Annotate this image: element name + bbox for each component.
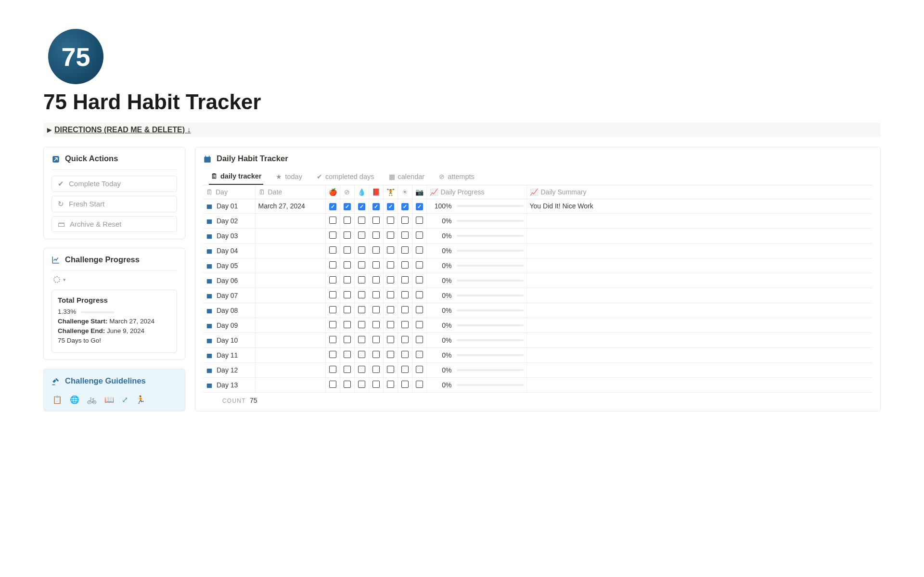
checkbox[interactable]: [358, 351, 365, 358]
expand-icon[interactable]: ⤢: [122, 395, 128, 404]
checkbox[interactable]: [387, 291, 394, 298]
table-row[interactable]: Day 03 0%: [203, 228, 873, 243]
checkbox[interactable]: [344, 276, 351, 283]
checkbox[interactable]: [416, 306, 423, 313]
date-cell[interactable]: [255, 273, 325, 288]
table-row[interactable]: Day 13 0%: [203, 377, 873, 392]
checkbox[interactable]: [372, 381, 380, 388]
col-cancel[interactable]: ⊘: [340, 185, 354, 199]
checkbox[interactable]: [387, 306, 394, 313]
book-icon[interactable]: 📖: [104, 395, 114, 404]
tab-daily-tracker[interactable]: 🗓daily tracker: [209, 169, 263, 185]
col-camera[interactable]: 📷: [412, 185, 426, 199]
checkbox[interactable]: [416, 366, 423, 373]
date-cell[interactable]: [255, 243, 325, 258]
checkbox[interactable]: [416, 336, 423, 343]
col-apple[interactable]: 🍎: [325, 185, 340, 199]
checkbox[interactable]: [416, 231, 423, 239]
checkbox[interactable]: [401, 351, 409, 358]
checkbox[interactable]: [401, 231, 409, 239]
checkbox[interactable]: [344, 381, 351, 388]
table-row[interactable]: Day 09 0%: [203, 318, 873, 333]
checkbox[interactable]: [358, 306, 365, 313]
checkbox[interactable]: [401, 321, 409, 328]
checkbox[interactable]: [416, 217, 423, 224]
checkbox[interactable]: [416, 381, 423, 388]
checkbox[interactable]: [401, 366, 409, 373]
bike-icon[interactable]: 🚲: [87, 395, 97, 404]
checkbox[interactable]: [329, 351, 336, 358]
checkbox[interactable]: [358, 336, 365, 343]
checkbox[interactable]: [329, 291, 336, 298]
table-row[interactable]: Day 10 0%: [203, 333, 873, 347]
checkbox[interactable]: [401, 203, 409, 210]
checkbox[interactable]: [344, 291, 351, 298]
col-book[interactable]: 📕: [369, 185, 383, 199]
checkbox[interactable]: [344, 203, 351, 210]
date-cell[interactable]: [255, 213, 325, 228]
col-water[interactable]: 💧: [354, 185, 369, 199]
checkbox[interactable]: [329, 306, 336, 313]
quick-action-fresh-start[interactable]: ↻Fresh Start: [51, 196, 177, 212]
date-cell[interactable]: [255, 318, 325, 333]
checkbox[interactable]: [358, 203, 365, 210]
checkbox[interactable]: [344, 366, 351, 373]
checkbox[interactable]: [401, 381, 409, 388]
table-row[interactable]: Day 02 0%: [203, 213, 873, 228]
table-row[interactable]: Day 08 0%: [203, 303, 873, 318]
checkbox[interactable]: [387, 336, 394, 343]
checkbox[interactable]: [387, 366, 394, 373]
date-cell[interactable]: [255, 362, 325, 377]
table-row[interactable]: Day 04 0%: [203, 243, 873, 258]
checkbox[interactable]: [387, 231, 394, 239]
checkbox[interactable]: [344, 321, 351, 328]
checkbox[interactable]: [401, 261, 409, 269]
checkbox[interactable]: [344, 231, 351, 239]
clipboard-icon[interactable]: 📋: [52, 395, 62, 404]
checkbox[interactable]: [329, 336, 336, 343]
date-cell[interactable]: [255, 377, 325, 392]
checkbox[interactable]: [401, 336, 409, 343]
checkbox[interactable]: [358, 276, 365, 283]
checkbox[interactable]: [372, 306, 380, 313]
table-row[interactable]: Day 12 0%: [203, 362, 873, 377]
checkbox[interactable]: [329, 231, 336, 239]
checkbox[interactable]: [401, 217, 409, 224]
checkbox[interactable]: [372, 291, 380, 298]
checkbox[interactable]: [416, 291, 423, 298]
checkbox[interactable]: [358, 291, 365, 298]
checkbox[interactable]: [329, 381, 336, 388]
table-row[interactable]: Day 11 0%: [203, 347, 873, 362]
checkbox[interactable]: [387, 217, 394, 224]
col-dumbbell[interactable]: 🏋: [383, 185, 398, 199]
col-sun[interactable]: ☀: [398, 185, 412, 199]
checkbox[interactable]: [372, 321, 380, 328]
quick-action-archive-reset[interactable]: 🗃Archive & Reset: [51, 216, 177, 232]
checkbox[interactable]: [387, 203, 394, 210]
col-summary[interactable]: Daily Summary: [541, 188, 587, 196]
checkbox[interactable]: [401, 276, 409, 283]
checkbox[interactable]: [358, 366, 365, 373]
checkbox[interactable]: [329, 203, 336, 210]
checkbox[interactable]: [416, 203, 423, 210]
checkbox[interactable]: [372, 261, 380, 269]
table-row[interactable]: Day 05 0%: [203, 258, 873, 273]
checkbox[interactable]: [358, 246, 365, 254]
checkbox[interactable]: [387, 276, 394, 283]
date-cell[interactable]: [255, 333, 325, 347]
checkbox[interactable]: [329, 366, 336, 373]
table-row[interactable]: Day 01 March 27, 2024 100% You Did It! N…: [203, 199, 873, 213]
checkbox[interactable]: [329, 321, 336, 328]
tab-today[interactable]: ★today: [274, 169, 304, 185]
tab-calendar[interactable]: ▦calendar: [387, 169, 427, 185]
col-progress[interactable]: Daily Progress: [441, 188, 485, 196]
checkbox[interactable]: [401, 246, 409, 254]
checkbox[interactable]: [344, 246, 351, 254]
checkbox[interactable]: [387, 261, 394, 269]
checkbox[interactable]: [387, 381, 394, 388]
date-cell[interactable]: [255, 288, 325, 303]
checkbox[interactable]: [358, 381, 365, 388]
date-cell[interactable]: [255, 228, 325, 243]
checkbox[interactable]: [416, 351, 423, 358]
tab-attempts[interactable]: ⊘attempts: [437, 169, 476, 185]
